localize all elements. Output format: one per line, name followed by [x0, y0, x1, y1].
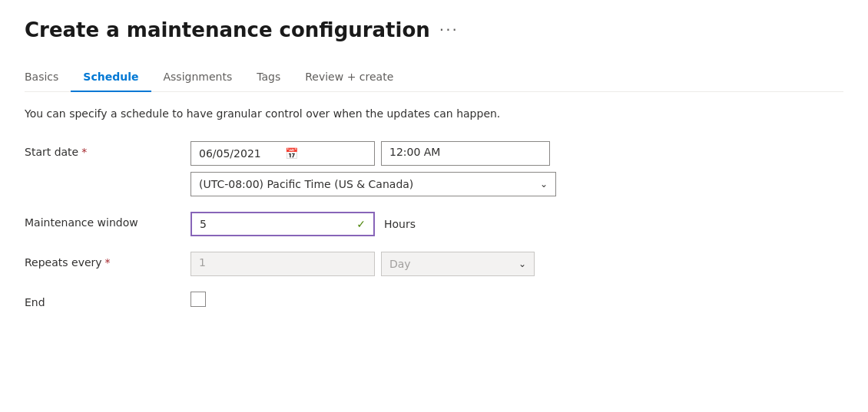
end-controls [190, 292, 843, 307]
page-title: Create a maintenance configuration [25, 18, 430, 41]
start-date-controls: 06/05/2021 📅 12:00 AM (UTC-08:00) Pacifi… [190, 141, 843, 196]
maintenance-window-row: Maintenance window 5 ✓ Hours [25, 212, 843, 236]
repeats-every-row: Repeats every * 1 Day ⌄ [25, 252, 843, 276]
end-row: End [25, 292, 843, 308]
chevron-down-icon: ⌄ [540, 179, 548, 190]
end-checkbox[interactable] [190, 292, 206, 307]
maintenance-window-input[interactable]: 5 ✓ [190, 212, 375, 236]
timezone-select[interactable]: (UTC-08:00) Pacific Time (US & Canada) ⌄ [190, 172, 556, 196]
tab-navigation: Basics Schedule Assignments Tags Review … [25, 63, 843, 92]
end-label: End [25, 292, 178, 308]
tab-assignments[interactable]: Assignments [151, 63, 245, 92]
date-input[interactable]: 06/05/2021 📅 [190, 141, 375, 166]
check-icon: ✓ [356, 218, 366, 230]
hours-label: Hours [384, 218, 416, 230]
end-checkbox-container [190, 292, 843, 307]
time-input[interactable]: 12:00 AM [381, 141, 550, 166]
chevron-down-icon-2: ⌄ [518, 259, 526, 269]
required-indicator: * [81, 146, 87, 158]
date-time-row: 06/05/2021 📅 12:00 AM [190, 141, 843, 166]
repeats-number-input: 1 [190, 252, 375, 276]
form-section: Start date * 06/05/2021 📅 12:00 AM (UTC-… [25, 141, 843, 308]
tab-basics[interactable]: Basics [25, 63, 71, 92]
page-header: Create a maintenance configuration ··· [25, 18, 843, 41]
calendar-icon[interactable]: 📅 [285, 147, 366, 160]
repeats-unit-select: Day ⌄ [381, 252, 535, 276]
required-indicator-2: * [105, 256, 111, 269]
tab-tags[interactable]: Tags [244, 63, 293, 92]
tab-review-create[interactable]: Review + create [293, 63, 406, 92]
schedule-description: You can specify a schedule to have granu… [25, 107, 843, 120]
repeats-every-label: Repeats every * [25, 252, 178, 269]
maintenance-input-row: 5 ✓ Hours [190, 212, 843, 236]
repeats-input-row: 1 Day ⌄ [190, 252, 843, 276]
tab-schedule[interactable]: Schedule [71, 63, 151, 92]
maintenance-window-controls: 5 ✓ Hours [190, 212, 843, 236]
start-date-row: Start date * 06/05/2021 📅 12:00 AM (UTC-… [25, 141, 843, 196]
more-options-icon[interactable]: ··· [439, 21, 459, 39]
repeats-every-controls: 1 Day ⌄ [190, 252, 843, 276]
start-date-label: Start date * [25, 141, 178, 158]
maintenance-window-label: Maintenance window [25, 212, 178, 229]
